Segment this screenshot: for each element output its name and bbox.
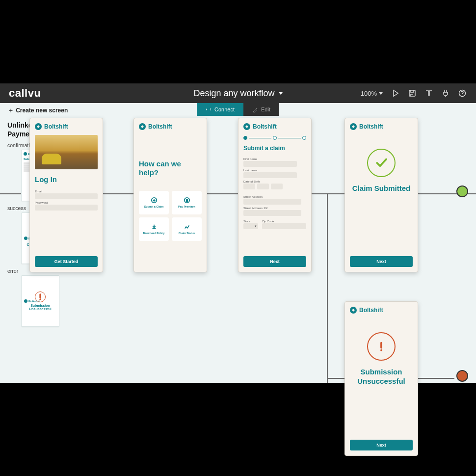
screen-title: Submission Unsuccessful	[350, 368, 413, 386]
dollar-icon	[184, 197, 190, 204]
hero-image	[35, 135, 98, 169]
screen-login[interactable]: Boltshift Log In Email Password Get Star…	[29, 118, 103, 272]
save-icon[interactable]	[408, 89, 416, 97]
first-name-label: First name	[243, 158, 306, 160]
address2-field[interactable]	[243, 210, 301, 216]
bolt-icon	[139, 123, 146, 130]
bolt-icon	[350, 307, 357, 314]
next-button[interactable]: Next	[243, 256, 306, 267]
tab-connect[interactable]: Connect	[197, 103, 243, 116]
dob-label: Date of Birth	[243, 180, 306, 183]
next-button[interactable]: Next	[350, 440, 413, 450]
address2-label: Street Address 1/2	[243, 207, 306, 210]
screen-submit-claim[interactable]: Boltshift Submit a claim First name Last…	[238, 118, 312, 272]
dob-month-field[interactable]	[243, 184, 255, 189]
help-icon[interactable]	[458, 89, 466, 97]
dob-day-field[interactable]	[257, 184, 269, 189]
zoom-value: 100%	[361, 90, 377, 97]
progress-stepper	[243, 136, 306, 140]
screen-title: Claim Submitted	[350, 184, 413, 193]
bolt-icon	[35, 123, 42, 130]
last-name-field[interactable]	[243, 172, 297, 178]
zoom-control[interactable]: 100%	[361, 90, 383, 97]
flow-endpoint-success[interactable]	[456, 185, 468, 197]
screen-brand: Boltshift	[359, 307, 383, 314]
state-select[interactable]: ▾	[243, 223, 258, 229]
svg-rect-0	[409, 90, 415, 96]
check-circle-icon	[367, 149, 396, 177]
connector-line	[327, 193, 328, 383]
screen-brand: Boltshift	[359, 123, 383, 130]
password-label: Password	[35, 201, 98, 204]
screen-claim-submitted[interactable]: Boltshift Claim Submitted Next	[344, 118, 418, 272]
tile-pay-premium[interactable]: Pay Premium	[172, 191, 202, 214]
bolt-icon	[243, 123, 250, 130]
app-header: callvu Design any workflow 100%	[0, 83, 476, 103]
flow-endpoint-error[interactable]	[456, 370, 468, 382]
workflow-title-dropdown[interactable]: Design any workflow	[193, 88, 282, 99]
screen-title: Submit a claim	[243, 145, 306, 152]
state-label: State	[243, 220, 258, 223]
email-field[interactable]	[35, 193, 98, 199]
zip-field[interactable]	[262, 223, 306, 229]
screen-brand: Boltshift	[253, 123, 277, 130]
screen-brand: Boltshift	[44, 123, 68, 130]
next-button[interactable]: Next	[350, 256, 413, 267]
screen-brand: Boltshift	[148, 123, 172, 130]
dob-year-field[interactable]	[271, 184, 283, 189]
plug-icon[interactable]	[442, 89, 450, 97]
play-icon[interactable]	[392, 89, 399, 97]
alert-circle-icon	[367, 332, 396, 361]
tile-submit-claim[interactable]: Submit a Claim	[139, 191, 169, 214]
zip-label: Zip Code	[262, 220, 306, 223]
get-started-button[interactable]: Get Started	[35, 256, 98, 267]
brand-logo: callvu	[9, 87, 41, 100]
screen-title: How can we help?	[139, 159, 202, 177]
tab-connect-label: Connect	[214, 106, 235, 112]
page-title: Design any workflow	[193, 88, 274, 99]
download-icon	[151, 223, 158, 230]
password-field[interactable]	[35, 205, 98, 211]
chevron-down-icon	[279, 92, 283, 95]
tile-claim-status[interactable]: Claim Status	[172, 217, 202, 241]
plus-circle-icon	[151, 197, 158, 204]
last-name-label: Last name	[243, 169, 306, 172]
address-field[interactable]	[243, 199, 301, 205]
thumbnail-error[interactable]: Boltshift Submission Unsuccessful	[21, 275, 59, 327]
email-label: Email	[35, 190, 98, 193]
chevron-down-icon	[379, 92, 383, 95]
bolt-icon	[350, 123, 357, 130]
tab-edit[interactable]: Edit	[243, 103, 279, 116]
tab-edit-label: Edit	[261, 106, 270, 112]
screen-help[interactable]: Boltshift How can we help? Submit a Clai…	[133, 118, 207, 272]
screen-submission-unsuccessful[interactable]: Boltshift Submission Unsuccessful Next	[344, 301, 418, 456]
thumb-error-label: Submission Unsuccessful	[24, 304, 56, 311]
chart-icon	[184, 223, 190, 230]
toolbar: Connect Edit	[0, 103, 476, 116]
tile-download-policy[interactable]: Download Policy	[139, 217, 169, 241]
address-label: Street Address	[243, 195, 306, 198]
book-icon[interactable]	[425, 89, 433, 97]
first-name-field[interactable]	[243, 161, 297, 167]
screen-title: Log In	[35, 175, 98, 184]
